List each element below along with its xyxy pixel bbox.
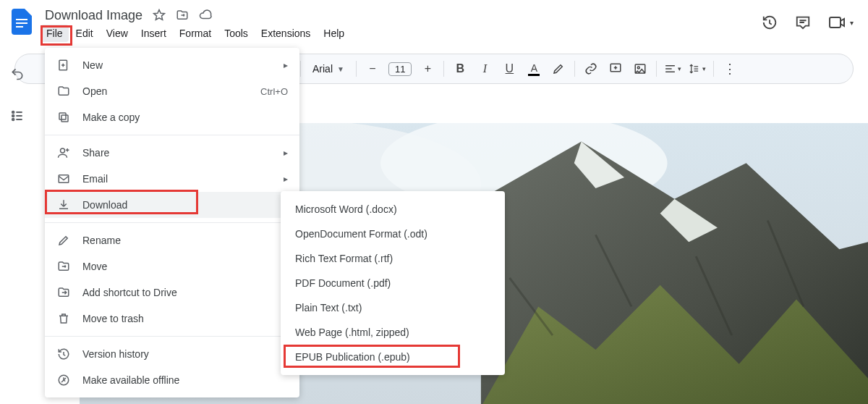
align-button[interactable]: ▾ xyxy=(664,60,681,77)
menu-label: Make available offline xyxy=(82,374,288,386)
plus-doc-icon xyxy=(56,58,71,72)
font-size-decrease[interactable]: − xyxy=(364,60,381,77)
file-menu-rename[interactable]: Rename xyxy=(45,227,299,253)
svg-point-7 xyxy=(12,111,14,114)
menu-label: Make a copy xyxy=(82,111,288,123)
offline-icon xyxy=(56,373,71,387)
docs-app-icon[interactable] xyxy=(9,4,35,39)
menu-file[interactable]: File xyxy=(41,25,69,42)
menu-view[interactable]: View xyxy=(101,25,134,42)
file-menu-dropdown: New▸OpenCtrl+OMake a copyShare▸Email▸Dow… xyxy=(45,48,299,397)
svg-rect-15 xyxy=(61,115,68,122)
download-option-2[interactable]: Rich Text Format (.rtf) xyxy=(281,246,505,271)
svg-point-8 xyxy=(12,115,14,117)
file-menu-version-history[interactable]: Version history▸ xyxy=(45,341,299,367)
pencil-icon xyxy=(56,233,71,248)
file-menu-make-available-offline[interactable]: Make available offline xyxy=(45,367,299,393)
document-title[interactable]: Download Image xyxy=(43,8,144,23)
menu-label: Download xyxy=(82,199,272,211)
highlight-button[interactable] xyxy=(550,60,567,77)
menu-tools[interactable]: Tools xyxy=(218,25,254,42)
italic-button[interactable]: I xyxy=(476,60,493,77)
star-icon[interactable] xyxy=(151,7,167,23)
svg-rect-0 xyxy=(16,19,27,20)
svg-rect-3 xyxy=(830,17,841,28)
download-option-5[interactable]: Web Page (.html, zipped) xyxy=(281,320,505,345)
file-menu-email[interactable]: Email▸ xyxy=(45,166,299,192)
file-menu-make-a-copy[interactable]: Make a copy xyxy=(45,104,299,130)
menu-label: Move to trash xyxy=(82,313,288,324)
svg-point-17 xyxy=(61,148,65,153)
menu-label: Version history xyxy=(82,348,272,360)
svg-rect-16 xyxy=(59,113,66,119)
chevron-right-icon: ▸ xyxy=(284,60,288,70)
file-menu-share[interactable]: Share▸ xyxy=(45,140,299,166)
comment-icon[interactable] xyxy=(795,14,811,30)
font-size-increase[interactable]: + xyxy=(419,60,436,77)
link-button[interactable] xyxy=(582,60,600,77)
insert-image-button[interactable] xyxy=(631,60,649,77)
download-option-1[interactable]: OpenDocument Format (.odt) xyxy=(281,222,505,246)
file-menu-move[interactable]: Move xyxy=(45,253,299,279)
copy-icon xyxy=(56,110,71,125)
move-folder-icon[interactable] xyxy=(174,7,190,23)
font-name: Arial xyxy=(312,63,333,75)
svg-rect-18 xyxy=(59,175,69,183)
history-icon xyxy=(56,347,71,361)
bold-button[interactable]: B xyxy=(451,60,469,77)
file-menu-add-shortcut-to-drive[interactable]: Add shortcut to Drive xyxy=(45,279,299,306)
menu-label: Rename xyxy=(82,235,288,246)
chevron-right-icon: ▸ xyxy=(284,174,288,184)
history-icon[interactable] xyxy=(762,14,778,30)
trash-icon xyxy=(56,311,71,326)
menu-label: New xyxy=(82,59,272,71)
file-menu-new[interactable]: New▸ xyxy=(45,52,299,78)
font-size[interactable]: 11 xyxy=(388,62,412,76)
menu-label: Open xyxy=(82,85,249,97)
move-icon xyxy=(56,259,71,274)
menu-label: Share xyxy=(82,147,272,159)
outline-button[interactable] xyxy=(6,104,29,127)
chevron-right-icon: ▸ xyxy=(284,148,288,158)
meet-icon[interactable]: ▾ xyxy=(828,15,854,30)
menu-help[interactable]: Help xyxy=(318,25,350,42)
menu-label: Move xyxy=(82,261,288,272)
menu-label: Add shortcut to Drive xyxy=(82,287,288,298)
folder-icon xyxy=(56,84,71,98)
svg-point-6 xyxy=(638,67,640,69)
menu-label: Email xyxy=(82,173,272,185)
menu-insert[interactable]: Insert xyxy=(135,25,172,42)
menu-format[interactable]: Format xyxy=(174,25,217,42)
file-menu-move-to-trash[interactable]: Move to trash xyxy=(45,306,299,332)
shortcut-icon xyxy=(56,285,71,300)
file-menu-download[interactable]: Download▸ xyxy=(45,192,299,218)
person-plus-icon xyxy=(56,146,71,160)
menu-edit[interactable]: Edit xyxy=(70,25,99,42)
download-icon xyxy=(56,198,71,212)
add-comment-button[interactable] xyxy=(607,60,624,77)
mail-icon xyxy=(56,172,71,186)
download-option-3[interactable]: PDF Document (.pdf) xyxy=(281,271,505,295)
svg-rect-1 xyxy=(16,22,27,24)
more-button[interactable]: ⋮ xyxy=(721,60,739,77)
undo-button[interactable] xyxy=(6,62,29,85)
svg-rect-2 xyxy=(16,26,23,28)
download-option-0[interactable]: Microsoft Word (.docx) xyxy=(281,197,505,222)
download-option-4[interactable]: Plain Text (.txt) xyxy=(281,295,505,320)
text-color-button[interactable]: A xyxy=(525,60,542,77)
svg-point-9 xyxy=(12,119,14,121)
download-option-6[interactable]: EPUB Publication (.epub) xyxy=(281,345,505,369)
file-menu-open[interactable]: OpenCtrl+O xyxy=(45,78,299,104)
underline-button[interactable]: U xyxy=(501,60,518,77)
menu-extensions[interactable]: Extensions xyxy=(255,25,316,42)
line-spacing-button[interactable]: ▾ xyxy=(689,60,706,77)
font-select[interactable]: Arial ▼ xyxy=(308,63,349,75)
download-submenu: Microsoft Word (.docx)OpenDocument Forma… xyxy=(281,191,505,375)
cloud-status-icon[interactable] xyxy=(197,7,213,23)
